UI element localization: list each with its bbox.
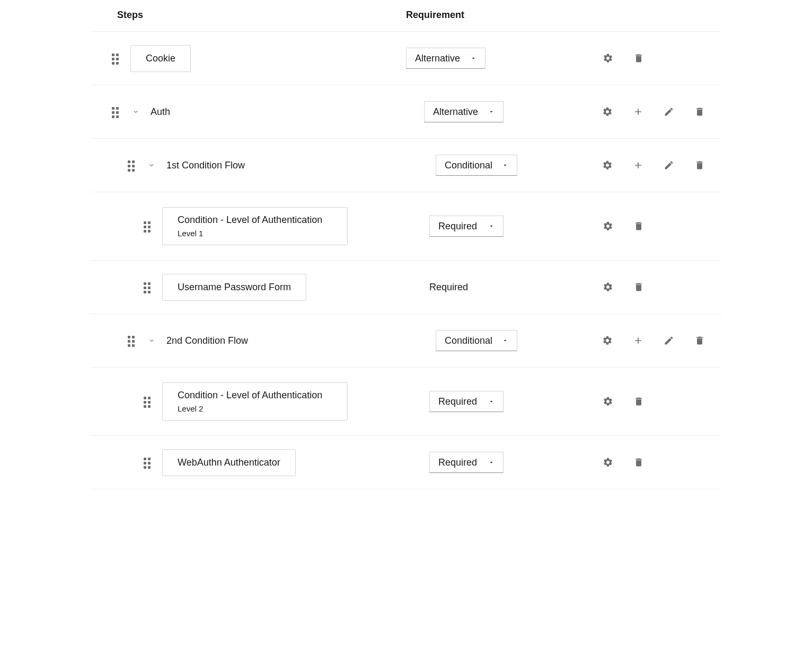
requirement-select[interactable]: Required: [429, 216, 504, 237]
drag-handle-icon[interactable]: [112, 52, 119, 65]
requirement-select[interactable]: Required: [429, 452, 504, 473]
delete-button[interactable]: [694, 159, 705, 171]
settings-button[interactable]: [602, 457, 614, 468]
edit-button[interactable]: [663, 335, 675, 346]
requirement-value: Required: [438, 396, 477, 407]
row-1st-condition-flow: 1st Condition Flow Conditional: [91, 139, 721, 192]
drag-handle-icon[interactable]: [128, 159, 135, 172]
delete-button[interactable]: [633, 281, 645, 293]
trash-icon: [633, 396, 644, 407]
requirement-select[interactable]: Required: [429, 391, 504, 412]
header-requirement: Requirement: [406, 10, 721, 21]
plus-icon: [633, 106, 643, 117]
step-box[interactable]: WebAuthn Authenticator: [162, 449, 296, 476]
chevron-down-icon: [132, 108, 139, 115]
settings-button[interactable]: [602, 159, 613, 171]
chevron-down-icon: [148, 337, 155, 344]
header-steps: Steps: [91, 10, 406, 21]
caret-down-icon: [488, 223, 495, 229]
settings-button[interactable]: [602, 335, 613, 346]
requirement-static: Required: [429, 282, 468, 293]
row-condition-level-1: Condition - Level of Authentication Leve…: [91, 192, 721, 260]
expand-toggle[interactable]: [130, 106, 141, 117]
gear-icon: [602, 160, 613, 171]
requirement-select[interactable]: Alternative: [424, 101, 504, 122]
caret-down-icon: [470, 55, 476, 61]
step-name: Username Password Form: [178, 282, 291, 293]
auth-flow-table: Steps Requirement Cookie Alternative: [91, 0, 721, 489]
gear-icon: [603, 53, 613, 64]
step-name: Condition - Level of Authentication: [178, 390, 332, 401]
table-header: Steps Requirement: [91, 3, 721, 32]
step-box[interactable]: Condition - Level of Authentication Leve…: [162, 207, 348, 245]
settings-button[interactable]: [602, 106, 613, 118]
flow-name: 1st Condition Flow: [166, 160, 245, 171]
requirement-select[interactable]: Conditional: [436, 330, 517, 351]
edit-button[interactable]: [663, 106, 675, 118]
trash-icon: [694, 106, 705, 117]
plus-icon: [633, 335, 643, 346]
delete-button[interactable]: [694, 106, 705, 118]
add-button[interactable]: [632, 159, 644, 171]
plus-icon: [633, 160, 643, 171]
trash-icon: [633, 53, 644, 64]
chevron-down-icon: [148, 162, 155, 169]
add-button[interactable]: [632, 106, 644, 118]
row-webauthn-authenticator: WebAuthn Authenticator Required: [91, 436, 721, 489]
caret-down-icon: [488, 109, 495, 115]
gear-icon: [602, 335, 613, 346]
step-box[interactable]: Cookie: [130, 45, 191, 72]
expand-toggle[interactable]: [146, 335, 157, 346]
pencil-icon: [664, 160, 674, 171]
row-auth: Auth Alternative: [91, 85, 721, 138]
delete-button[interactable]: [633, 220, 645, 232]
trash-icon: [694, 335, 705, 346]
drag-handle-icon[interactable]: [144, 220, 151, 233]
step-box[interactable]: Username Password Form: [162, 274, 306, 301]
settings-button[interactable]: [602, 52, 614, 64]
requirement-select[interactable]: Alternative: [406, 48, 486, 69]
settings-button[interactable]: [602, 396, 614, 407]
caret-down-icon: [502, 162, 508, 168]
delete-button[interactable]: [633, 52, 645, 64]
delete-button[interactable]: [633, 396, 645, 407]
row-2nd-condition-flow: 2nd Condition Flow Conditional: [91, 314, 721, 367]
requirement-value: Required: [438, 457, 477, 468]
step-box[interactable]: Condition - Level of Authentication Leve…: [162, 382, 348, 421]
drag-handle-icon[interactable]: [144, 396, 151, 408]
trash-icon: [633, 282, 644, 292]
gear-icon: [602, 106, 613, 117]
caret-down-icon: [488, 398, 495, 405]
add-button[interactable]: [632, 335, 644, 346]
settings-button[interactable]: [602, 281, 614, 293]
step-name: WebAuthn Authenticator: [178, 457, 280, 468]
drag-handle-icon[interactable]: [112, 106, 119, 118]
row-username-password-form: Username Password Form Required: [91, 261, 721, 314]
row-condition-level-2: Condition - Level of Authentication Leve…: [91, 368, 721, 435]
delete-button[interactable]: [694, 335, 705, 346]
drag-handle-icon[interactable]: [144, 281, 151, 293]
caret-down-icon: [488, 459, 495, 466]
gear-icon: [603, 221, 613, 231]
flow-name: Auth: [151, 106, 170, 118]
gear-icon: [603, 457, 613, 468]
trash-icon: [694, 160, 705, 171]
requirement-value: Conditional: [445, 160, 492, 171]
pencil-icon: [664, 106, 674, 117]
step-name: Condition - Level of Authentication: [178, 215, 332, 226]
step-subtitle: Level 2: [178, 404, 332, 413]
requirement-value: Conditional: [445, 335, 492, 346]
requirement-select[interactable]: Conditional: [436, 155, 517, 176]
expand-toggle[interactable]: [146, 160, 157, 171]
settings-button[interactable]: [602, 220, 614, 232]
delete-button[interactable]: [633, 457, 645, 468]
drag-handle-icon[interactable]: [128, 335, 135, 347]
edit-button[interactable]: [663, 159, 675, 171]
drag-handle-icon[interactable]: [144, 457, 151, 469]
gear-icon: [603, 282, 613, 292]
caret-down-icon: [502, 337, 508, 344]
trash-icon: [633, 221, 644, 231]
trash-icon: [633, 457, 644, 468]
requirement-value: Alternative: [433, 106, 478, 118]
row-cookie: Cookie Alternative: [91, 32, 721, 85]
